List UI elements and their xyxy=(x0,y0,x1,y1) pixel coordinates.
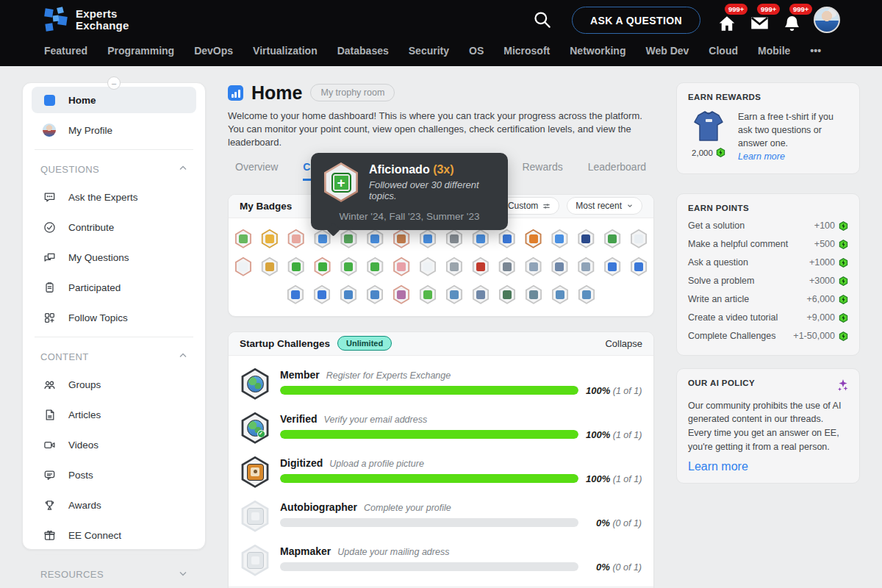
nav-item-devops[interactable]: DevOps xyxy=(194,45,233,57)
startup-collapse-button[interactable]: Collapse xyxy=(605,338,642,349)
badge-hex[interactable] xyxy=(340,229,358,248)
sidebar-item-my-profile[interactable]: My Profile xyxy=(32,117,196,143)
sidebar-item-ask-the-experts[interactable]: Ask the Experts xyxy=(32,184,196,210)
sidebar-item-posts[interactable]: Posts xyxy=(32,462,196,488)
badge-hex[interactable] xyxy=(392,229,410,248)
badge-hex[interactable] xyxy=(287,229,305,248)
nav-item-web-dev[interactable]: Web Dev xyxy=(645,45,689,57)
badge-hex[interactable] xyxy=(419,285,437,304)
nav-item-programming[interactable]: Programming xyxy=(107,45,174,57)
badge-hex[interactable] xyxy=(313,285,331,304)
trophy-room-pill[interactable]: My trophy room xyxy=(310,84,395,101)
nav-item-security[interactable]: Security xyxy=(409,45,449,57)
nav-item-databases[interactable]: Databases xyxy=(337,45,389,57)
search-button[interactable] xyxy=(532,10,552,32)
badge-hex[interactable] xyxy=(551,229,569,248)
badge-hex[interactable] xyxy=(445,257,463,276)
badge-hex[interactable] xyxy=(525,285,542,304)
badge-hex[interactable] xyxy=(419,257,437,276)
badge-hex[interactable] xyxy=(525,229,542,248)
badge-hex[interactable] xyxy=(340,285,357,304)
badge-hex[interactable] xyxy=(498,285,516,304)
challenge-progress-line: 100% (1 of 1) xyxy=(280,473,642,484)
sidebar-item-videos[interactable]: Videos xyxy=(32,431,196,458)
badge-hex[interactable] xyxy=(366,229,384,248)
badge-hex[interactable] xyxy=(603,229,621,248)
badge-hex[interactable] xyxy=(340,257,358,276)
nav-item-mobile[interactable]: Mobile xyxy=(758,45,790,57)
rewards-learn-more-link[interactable]: Learn more xyxy=(738,150,785,163)
badge-hex[interactable] xyxy=(445,285,463,304)
sidebar-item-my-questions[interactable]: My Questions xyxy=(32,244,196,270)
sidebar-item-participated[interactable]: Participated xyxy=(32,274,196,301)
messages-button[interactable]: 999+ xyxy=(749,7,770,33)
sidebar-section-content[interactable]: CONTENT xyxy=(23,343,205,368)
badge-hex[interactable] xyxy=(287,285,304,304)
badge-hex[interactable] xyxy=(419,229,437,248)
tab-leaderboard[interactable]: Leaderboard xyxy=(588,161,646,181)
badge-hex[interactable] xyxy=(234,257,252,276)
badge-hex-inner xyxy=(500,231,514,247)
sidebar-item-home[interactable]: Home xyxy=(32,87,196,113)
sort-button[interactable]: Most recent xyxy=(567,197,642,215)
badge-hex[interactable] xyxy=(498,229,516,248)
nav-item-networking[interactable]: Networking xyxy=(570,45,625,57)
nav-item-featured[interactable]: Featured xyxy=(44,45,87,57)
badge-glyph xyxy=(608,262,617,271)
nav-item-virtualization[interactable]: Virtualization xyxy=(253,45,318,57)
badge-hex-inner xyxy=(420,259,435,275)
nav-item-os[interactable]: OS xyxy=(469,45,484,57)
badge-hex[interactable] xyxy=(498,257,516,276)
badge-hex[interactable] xyxy=(234,229,252,248)
sidebar-item-label: Ask the Experts xyxy=(68,192,138,203)
sidebar-divider xyxy=(35,554,193,555)
badge-hex[interactable] xyxy=(525,257,542,276)
badge-hex[interactable] xyxy=(630,257,648,276)
challenge-progress-line: 0% (0 of 1) xyxy=(280,562,642,573)
sidebar-item-contribute[interactable]: Contribute xyxy=(32,214,196,240)
sidebar-item-follow-topics[interactable]: Follow Topics xyxy=(32,304,196,331)
badge-hex[interactable] xyxy=(261,229,279,248)
badge-hex[interactable] xyxy=(366,285,384,304)
badge-hex[interactable] xyxy=(472,257,490,276)
badge-hex[interactable] xyxy=(577,229,595,248)
badge-hex-inner xyxy=(605,231,620,247)
badge-hex[interactable] xyxy=(445,229,463,248)
badge-hex[interactable] xyxy=(578,285,595,304)
ask-question-button[interactable]: ASK A QUESTION xyxy=(572,7,700,34)
badge-hex[interactable] xyxy=(603,257,621,276)
badge-hex[interactable] xyxy=(366,257,384,276)
alerts-button[interactable]: 999+ xyxy=(781,7,802,33)
sidebar-item-label: My Profile xyxy=(68,125,112,136)
nav-item-cloud[interactable]: Cloud xyxy=(709,45,738,57)
badge-hex[interactable] xyxy=(472,285,490,304)
user-avatar[interactable] xyxy=(814,7,840,33)
badge-hex[interactable] xyxy=(551,257,569,276)
home-nav-button[interactable]: 999+ xyxy=(717,7,737,33)
sidebar-section-questions[interactable]: QUESTIONS xyxy=(23,156,205,180)
sidebar-section-resources[interactable]: RESOURCES xyxy=(23,561,205,585)
tab-overview[interactable]: Overview xyxy=(235,161,278,181)
sidebar-item-groups[interactable]: Groups xyxy=(32,371,196,398)
badge-hex[interactable] xyxy=(261,257,279,276)
badge-hex[interactable] xyxy=(287,257,305,276)
badge-hex[interactable] xyxy=(472,229,490,248)
badge-hex[interactable] xyxy=(392,285,410,304)
points-value: +1-50,000 xyxy=(793,331,848,341)
brand-logo[interactable]: Experts Exchange xyxy=(43,6,129,34)
badge-hex[interactable] xyxy=(392,257,410,276)
sidebar-item-awards[interactable]: Awards xyxy=(32,492,196,518)
badge-hex[interactable] xyxy=(630,229,648,248)
tab-rewards[interactable]: Rewards xyxy=(522,161,562,181)
badge-hex[interactable] xyxy=(314,257,331,276)
sidebar-item-ee-connect[interactable]: EE Connect xyxy=(32,522,196,548)
sidebar-collapse-button[interactable]: – xyxy=(107,76,121,90)
nav-item-more[interactable]: ••• xyxy=(810,45,821,57)
sidebar-item-articles[interactable]: Articles xyxy=(32,401,196,428)
badge-hex[interactable] xyxy=(551,285,569,304)
badge-hex[interactable] xyxy=(577,257,595,276)
badge-glyph xyxy=(370,262,379,271)
ai-learn-more-link[interactable]: Learn more xyxy=(688,460,748,473)
nav-item-microsoft[interactable]: Microsoft xyxy=(503,45,550,57)
startup-challenges-panel: Startup Challenges Unlimited Collapse Me… xyxy=(228,331,654,588)
